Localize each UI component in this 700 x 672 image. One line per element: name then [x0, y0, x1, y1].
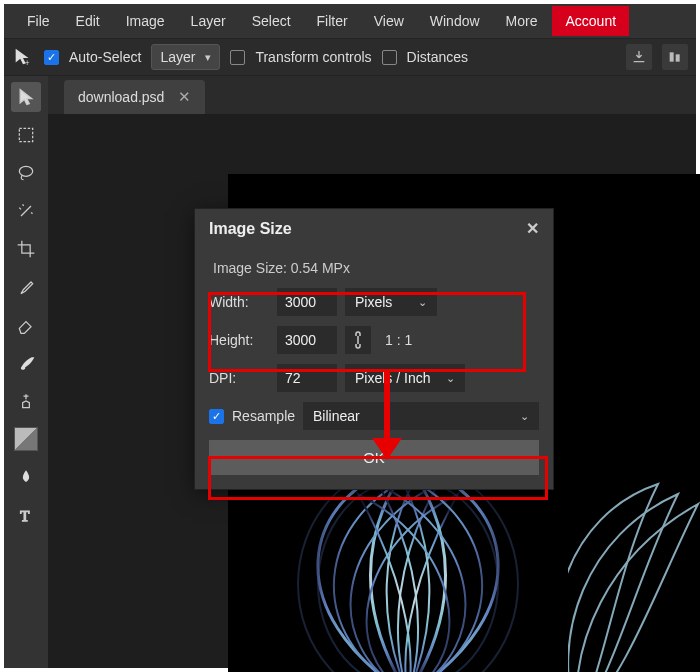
- eraser-tool[interactable]: [11, 310, 41, 340]
- image-size-dialog: Image Size ✕ Image Size: 0.54 MPx Width:…: [194, 208, 554, 490]
- clone-tool[interactable]: [11, 386, 41, 416]
- auto-select-checkbox[interactable]: ✓: [44, 50, 59, 65]
- width-unit-label: Pixels: [355, 294, 392, 310]
- chevron-down-icon: ⌄: [520, 410, 529, 423]
- menu-window[interactable]: Window: [417, 6, 493, 36]
- menu-image[interactable]: Image: [113, 6, 178, 36]
- dpi-label: DPI:: [209, 370, 269, 386]
- menu-file[interactable]: File: [14, 6, 63, 36]
- svg-rect-2: [676, 54, 680, 61]
- dpi-unit-dropdown[interactable]: Pixels / Inch ⌄: [345, 364, 465, 392]
- tab-label: download.psd: [78, 89, 164, 105]
- height-row: Height: 1 : 1: [209, 326, 539, 354]
- height-input[interactable]: [277, 326, 337, 354]
- crop-tool[interactable]: [11, 234, 41, 264]
- auto-select-label: Auto-Select: [69, 49, 141, 65]
- resample-checkbox[interactable]: ✓: [209, 409, 224, 424]
- move-tool[interactable]: [11, 82, 41, 112]
- chevron-down-icon: ⌄: [418, 296, 427, 309]
- resample-row: ✓ Resample Bilinear ⌄: [209, 402, 539, 430]
- svg-text:T: T: [20, 508, 29, 524]
- resample-method-dropdown[interactable]: Bilinear ⌄: [303, 402, 539, 430]
- distances-checkbox[interactable]: [382, 50, 397, 65]
- width-row: Width: Pixels ⌄: [209, 288, 539, 316]
- image-size-readout: Image Size: 0.54 MPx: [209, 254, 539, 288]
- wand-tool[interactable]: [11, 196, 41, 226]
- close-tab-icon[interactable]: ✕: [178, 88, 191, 106]
- ok-button[interactable]: OK: [209, 440, 539, 475]
- tab-bar: download.psd ✕: [48, 76, 696, 114]
- constrain-proportions-button[interactable]: [345, 326, 371, 354]
- menu-select[interactable]: Select: [239, 6, 304, 36]
- align-button[interactable]: [662, 44, 688, 70]
- svg-point-7: [318, 479, 498, 672]
- download-button[interactable]: [626, 44, 652, 70]
- aspect-ratio: 1 : 1: [379, 332, 412, 348]
- gradient-tool[interactable]: [11, 424, 41, 454]
- options-bar: + ✓ Auto-Select Layer ▾ Transform contro…: [4, 38, 696, 76]
- artwork-right: [568, 474, 700, 672]
- chevron-down-icon: ⌄: [446, 372, 455, 385]
- svg-point-4: [19, 166, 32, 176]
- chevron-down-icon: ▾: [205, 51, 211, 64]
- svg-text:+: +: [25, 59, 30, 68]
- menu-layer[interactable]: Layer: [178, 6, 239, 36]
- dialog-title: Image Size: [209, 220, 292, 238]
- layer-dropdown[interactable]: Layer ▾: [151, 44, 220, 70]
- blur-tool[interactable]: [11, 462, 41, 492]
- resample-method-label: Bilinear: [313, 408, 360, 424]
- brush-tool[interactable]: [11, 348, 41, 378]
- transform-label: Transform controls: [255, 49, 371, 65]
- dpi-row: DPI: Pixels / Inch ⌄: [209, 364, 539, 392]
- dpi-input[interactable]: [277, 364, 337, 392]
- distances-label: Distances: [407, 49, 468, 65]
- lasso-tool[interactable]: [11, 158, 41, 188]
- dialog-titlebar[interactable]: Image Size ✕: [195, 209, 553, 248]
- transform-checkbox[interactable]: [230, 50, 245, 65]
- height-label: Height:: [209, 332, 269, 348]
- menu-filter[interactable]: Filter: [304, 6, 361, 36]
- menu-more[interactable]: More: [493, 6, 551, 36]
- close-icon[interactable]: ✕: [526, 219, 539, 238]
- gradient-swatch-icon: [14, 427, 38, 451]
- menu-view[interactable]: View: [361, 6, 417, 36]
- resample-label: Resample: [232, 408, 295, 424]
- toolbar: T: [4, 76, 48, 668]
- svg-rect-1: [670, 52, 674, 61]
- width-input[interactable]: [277, 288, 337, 316]
- type-tool[interactable]: T: [11, 500, 41, 530]
- menu-bar: File Edit Image Layer Select Filter View…: [4, 4, 696, 38]
- menu-edit[interactable]: Edit: [63, 6, 113, 36]
- svg-rect-3: [19, 128, 32, 141]
- marquee-tool[interactable]: [11, 120, 41, 150]
- menu-account[interactable]: Account: [552, 6, 629, 36]
- eyedropper-tool[interactable]: [11, 272, 41, 302]
- width-label: Width:: [209, 294, 269, 310]
- dpi-unit-label: Pixels / Inch: [355, 370, 430, 386]
- move-tool-icon: +: [12, 46, 34, 68]
- link-icon: [351, 331, 365, 349]
- document-tab[interactable]: download.psd ✕: [64, 80, 205, 114]
- width-unit-dropdown[interactable]: Pixels ⌄: [345, 288, 437, 316]
- layer-dropdown-label: Layer: [160, 49, 195, 65]
